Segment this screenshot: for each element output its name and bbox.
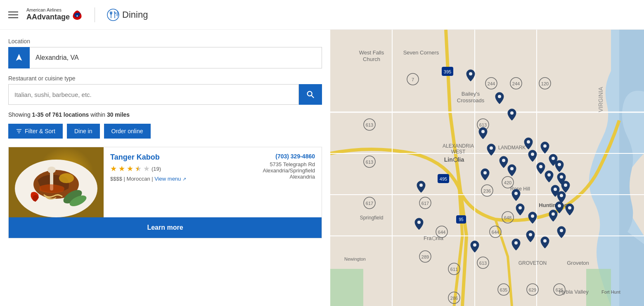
pin-svg	[470, 240, 479, 253]
map-pin[interactable]	[487, 144, 496, 158]
map-pin[interactable]	[526, 230, 535, 244]
dine-in-button[interactable]: Dine in	[67, 124, 100, 139]
map-pin[interactable]	[478, 127, 488, 141]
svg-point-4	[308, 92, 312, 96]
dining-logo: Dining	[107, 8, 148, 21]
pin-svg	[516, 203, 525, 216]
filter-row: Filter & Sort Dine in Order online	[8, 124, 322, 139]
pin-svg	[511, 238, 521, 251]
svg-point-93	[469, 72, 472, 75]
svg-point-99	[483, 171, 487, 174]
svg-point-0	[107, 9, 119, 21]
pin-svg	[545, 170, 554, 183]
pin-svg	[487, 144, 496, 156]
svg-point-107	[539, 165, 542, 168]
svg-point-124	[560, 229, 563, 232]
results-distance: 30 miles	[107, 111, 130, 118]
menu-button[interactable]	[8, 12, 18, 18]
map-pin[interactable]	[507, 108, 516, 122]
pin-svg	[495, 92, 504, 104]
pin-svg	[565, 203, 574, 216]
map-pin[interactable]	[524, 137, 533, 151]
map-pin[interactable]	[516, 203, 525, 217]
location-button[interactable]	[8, 47, 30, 68]
map-pin[interactable]	[417, 181, 426, 195]
dining-icon	[107, 8, 120, 21]
map-pin[interactable]	[495, 92, 504, 106]
pin-svg	[528, 212, 537, 224]
results-count: Showing 1-35 of 761 locations within 30 …	[8, 111, 322, 118]
pin-svg	[417, 181, 426, 193]
map-pin[interactable]	[499, 156, 508, 170]
map-pin[interactable]	[555, 160, 564, 174]
svg-point-108	[547, 173, 551, 177]
cuisine-input-row	[8, 84, 322, 105]
map-pin[interactable]	[557, 226, 566, 240]
svg-line-5	[312, 96, 314, 98]
map-pin[interactable]	[511, 189, 521, 203]
svg-point-114	[519, 206, 522, 209]
aa-eagle-icon	[71, 9, 83, 21]
svg-point-110	[560, 175, 563, 179]
map-pin[interactable]	[540, 141, 549, 155]
svg-point-115	[531, 214, 534, 218]
svg-point-96	[481, 130, 485, 133]
map-pin[interactable]	[528, 150, 537, 164]
pin-svg	[540, 141, 549, 154]
pin-svg	[511, 189, 521, 201]
map-pin[interactable]	[470, 240, 479, 254]
view-menu-link[interactable]: View menu ↗	[154, 176, 186, 182]
svg-point-97	[490, 146, 493, 150]
main-layout: Location Restaurant or cuisine type Show…	[0, 30, 644, 306]
svg-point-105	[543, 144, 547, 148]
map-pin[interactable]	[528, 212, 537, 226]
aa-logo-line2: AAdvantage	[26, 13, 70, 22]
filter-icon	[16, 128, 22, 134]
cuisine-input[interactable]	[8, 84, 299, 105]
map-pin[interactable]	[545, 170, 554, 184]
order-online-button[interactable]: Order online	[104, 124, 151, 139]
price-cuisine: $$$$ | Moroccan | View menu ↗	[110, 176, 250, 182]
star-half: ★ ★	[135, 164, 142, 173]
svg-point-106	[552, 157, 555, 160]
location-label: Location	[8, 38, 322, 45]
location-input[interactable]	[30, 47, 322, 68]
map-pin[interactable]	[555, 201, 564, 215]
svg-point-102	[514, 192, 518, 195]
food-photo	[9, 147, 104, 217]
map-pin[interactable]	[507, 164, 516, 178]
svg-point-123	[529, 233, 532, 236]
map-pin[interactable]	[565, 203, 574, 217]
map-pin[interactable]	[511, 238, 521, 252]
learn-more-button[interactable]: Learn more	[9, 217, 322, 238]
map-pin[interactable]	[481, 168, 490, 182]
address-line2: Alexandria/Springfield	[263, 167, 315, 174]
search-button[interactable]	[299, 84, 322, 105]
svg-point-113	[560, 194, 563, 197]
pin-svg	[478, 127, 488, 139]
map-pin[interactable]	[540, 236, 549, 250]
left-panel: Location Restaurant or cuisine type Show…	[0, 30, 330, 306]
cuisine-label: Restaurant or cuisine type	[8, 75, 322, 82]
aa-logo: American Airlines AAdvantage	[26, 7, 83, 22]
cuisine-type: Moroccan	[127, 176, 150, 182]
review-count: (19)	[152, 166, 161, 172]
pin-svg	[526, 230, 535, 242]
map-pin[interactable]	[414, 218, 424, 232]
price: $$$$	[110, 176, 122, 182]
pin-svg	[540, 236, 549, 249]
results-range: 1-35 of 761 locations	[32, 111, 89, 118]
svg-point-103	[527, 140, 530, 144]
svg-point-120	[473, 243, 476, 247]
svg-point-117	[558, 204, 561, 207]
map-panel[interactable]: 395 495 95 West Falls Church Seven Corne…	[330, 30, 644, 306]
filter-sort-button[interactable]: Filter & Sort	[8, 124, 63, 139]
header-divider	[95, 7, 95, 22]
pin-svg	[466, 69, 475, 82]
pin-svg	[524, 137, 533, 150]
map-pin[interactable]	[466, 69, 475, 83]
map-pin[interactable]	[536, 162, 545, 176]
svg-point-112	[554, 188, 557, 191]
svg-point-122	[543, 239, 547, 242]
svg-point-104	[531, 153, 534, 156]
